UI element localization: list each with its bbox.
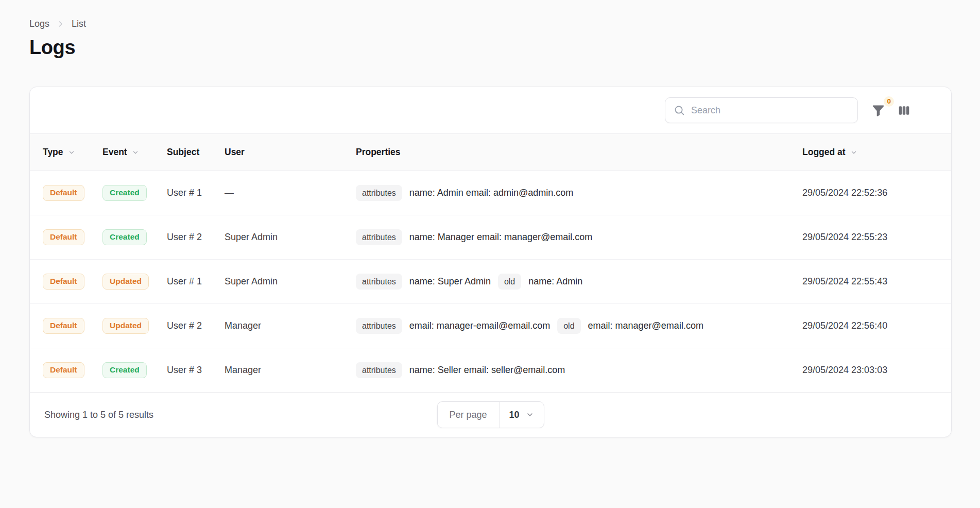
cell-subject: User # 2	[154, 304, 212, 348]
breadcrumb-item-list: List	[72, 19, 86, 29]
cell-event: Updated	[90, 304, 154, 348]
property-value-text: name: Super Admin	[409, 276, 491, 287]
property-key-tag: attributes	[356, 185, 402, 201]
type-badge: Default	[43, 318, 84, 334]
cell-user: Super Admin	[212, 260, 343, 304]
event-badge: Created	[102, 362, 147, 378]
column-header-event[interactable]: Event	[90, 134, 154, 171]
logs-table: Type Event Subject	[30, 133, 952, 393]
event-badge: Updated	[102, 318, 149, 334]
column-header-user: User	[212, 134, 343, 171]
chevron-down-icon	[68, 149, 75, 156]
per-page-value: 10	[509, 410, 520, 420]
results-summary: Showing 1 to 5 of 5 results	[44, 410, 153, 420]
toggle-columns-button[interactable]	[896, 102, 913, 119]
property-value-text: name: Manager email: manager@email.com	[409, 232, 592, 243]
column-label: Logged at	[802, 147, 846, 158]
chevron-right-icon	[57, 20, 64, 28]
chevron-down-icon	[526, 411, 534, 419]
property-key-tag: attributes	[356, 229, 402, 245]
view-columns-icon	[898, 104, 910, 117]
cell-user: Manager	[212, 304, 343, 348]
property-key-tag: attributes	[356, 274, 402, 290]
cell-event: Created	[90, 215, 154, 260]
cell-type: Default	[30, 260, 90, 304]
properties-list: attributesname: Super Adminoldname: Admi…	[356, 274, 789, 290]
breadcrumb: Logs List	[29, 19, 952, 29]
property-key-tag: attributes	[356, 362, 402, 378]
properties-list: attributesname: Admin email: admin@admin…	[356, 185, 789, 201]
table-row[interactable]: DefaultCreatedUser # 2Super Adminattribu…	[30, 215, 952, 260]
type-badge: Default	[43, 185, 84, 201]
property-value-text: email: manager@email.com	[588, 320, 703, 331]
cell-subject: User # 1	[154, 171, 212, 215]
cell-properties: attributesemail: manager-email@email.com…	[343, 304, 789, 348]
event-badge: Created	[102, 229, 147, 245]
column-label: Properties	[356, 147, 401, 158]
cell-logged-at: 29/05/2024 22:55:43	[789, 260, 952, 304]
table-row[interactable]: DefaultUpdatedUser # 1Super Adminattribu…	[30, 260, 952, 304]
cell-type: Default	[30, 304, 90, 348]
property-value-text: name: Admin email: admin@admin.com	[409, 188, 573, 198]
cell-user: Manager	[212, 348, 343, 393]
active-filter-count-badge: 0	[884, 96, 894, 107]
column-header-logged-at[interactable]: Logged at	[789, 134, 952, 171]
cell-user: Super Admin	[212, 215, 343, 260]
property-key-tag: old	[498, 274, 521, 290]
page-title: Logs	[29, 37, 952, 59]
column-label: Type	[43, 147, 63, 158]
table-row[interactable]: DefaultUpdatedUser # 2Managerattributese…	[30, 304, 952, 348]
table-toolbar: 0	[30, 87, 951, 133]
properties-list: attributesname: Seller email: seller@ema…	[356, 362, 789, 378]
per-page-select[interactable]: 10	[500, 402, 544, 428]
type-badge: Default	[43, 274, 84, 290]
search-input[interactable]	[691, 105, 850, 116]
column-label: Subject	[167, 147, 199, 158]
breadcrumb-item-logs[interactable]: Logs	[29, 19, 49, 29]
type-badge: Default	[43, 229, 84, 245]
cell-type: Default	[30, 215, 90, 260]
table-footer: Showing 1 to 5 of 5 results Per page 10	[30, 393, 951, 437]
property-value-text: name: Seller email: seller@email.com	[409, 365, 565, 376]
column-label: User	[225, 147, 245, 158]
table-row[interactable]: DefaultCreatedUser # 3Managerattributesn…	[30, 348, 952, 393]
cell-subject: User # 1	[154, 260, 212, 304]
search-box	[665, 97, 858, 123]
event-badge: Created	[102, 185, 147, 201]
cell-subject: User # 3	[154, 348, 212, 393]
cell-properties: attributesname: Admin email: admin@admin…	[343, 171, 789, 215]
cell-event: Created	[90, 171, 154, 215]
chevron-down-icon	[850, 149, 857, 156]
table-header-row: Type Event Subject	[30, 134, 952, 171]
logs-table-card: 0 Type	[29, 87, 952, 437]
column-label: Event	[102, 147, 127, 158]
type-badge: Default	[43, 362, 84, 378]
cell-event: Updated	[90, 260, 154, 304]
per-page-control: Per page 10	[437, 401, 544, 428]
properties-list: attributesname: Manager email: manager@e…	[356, 229, 789, 245]
cell-logged-at: 29/05/2024 22:56:40	[789, 304, 952, 348]
property-key-tag: attributes	[356, 318, 402, 334]
table-body: DefaultCreatedUser # 1—attributesname: A…	[30, 171, 952, 393]
table-row[interactable]: DefaultCreatedUser # 1—attributesname: A…	[30, 171, 952, 215]
property-value-text: email: manager-email@email.com	[409, 320, 550, 331]
filter-button[interactable]: 0	[869, 101, 887, 120]
property-key-tag: old	[557, 318, 580, 334]
event-badge: Updated	[102, 274, 149, 290]
cell-properties: attributesname: Seller email: seller@ema…	[343, 348, 789, 393]
cell-properties: attributesname: Manager email: manager@e…	[343, 215, 789, 260]
cell-user: —	[212, 171, 343, 215]
column-header-type[interactable]: Type	[30, 134, 90, 171]
funnel-icon	[871, 104, 885, 117]
properties-list: attributesemail: manager-email@email.com…	[356, 318, 789, 334]
cell-event: Created	[90, 348, 154, 393]
cell-properties: attributesname: Super Adminoldname: Admi…	[343, 260, 789, 304]
chevron-down-icon	[132, 149, 139, 156]
cell-logged-at: 29/05/2024 23:03:03	[789, 348, 952, 393]
logs-page: Logs List Logs 0	[0, 0, 980, 508]
cell-logged-at: 29/05/2024 22:55:23	[789, 215, 952, 260]
cell-type: Default	[30, 171, 90, 215]
cell-subject: User # 2	[154, 215, 212, 260]
property-value-text: name: Admin	[528, 276, 582, 287]
cell-type: Default	[30, 348, 90, 393]
